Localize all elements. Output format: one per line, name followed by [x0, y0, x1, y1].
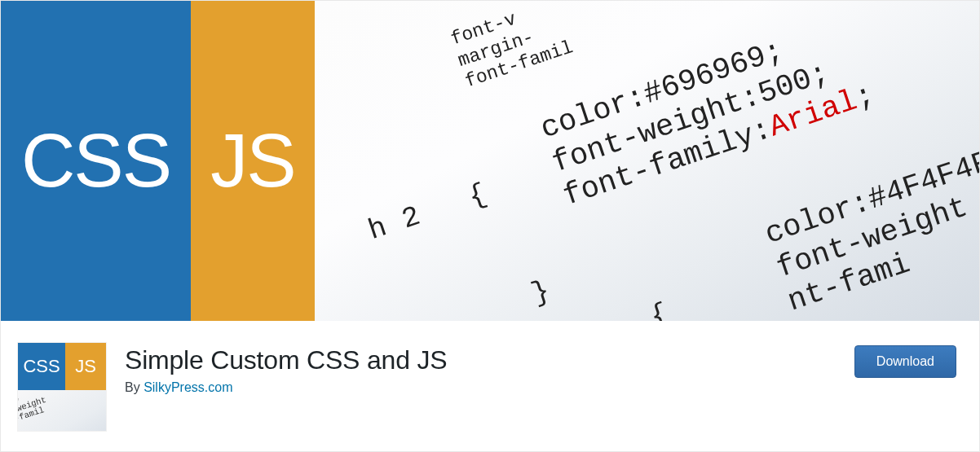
plugin-banner: CSS JS font-v margin- font-famil h2 { co…	[1, 1, 980, 321]
banner-js-panel: JS	[191, 1, 315, 321]
code-h3-body: color:#4F4F4F font-weight nt-fami	[761, 144, 980, 320]
plugin-byline: By SilkyPress.com	[125, 380, 837, 395]
plugin-title-block: Simple Custom CSS and JS By SilkyPress.c…	[125, 342, 837, 395]
author-link[interactable]: SilkyPress.com	[143, 380, 232, 394]
code-h2-selector: h2 {	[364, 172, 508, 248]
plugin-thumbnail: CSS JS or:#4 ont-weight ont-famil	[17, 342, 107, 432]
banner-js-label: JS	[210, 118, 294, 204]
code-h2-close: }	[528, 274, 554, 311]
thumbnail-top: CSS JS	[18, 343, 106, 390]
code-fragment-top: font-v margin- font-famil	[448, 1, 576, 94]
plugin-info-row: CSS JS or:#4 ont-weight ont-famil Simple…	[1, 321, 980, 452]
banner-code-surface: font-v margin- font-famil h2 { color:#69…	[315, 1, 980, 321]
plugin-title: Simple Custom CSS and JS	[125, 345, 837, 375]
banner-code-panel: font-v margin- font-famil h2 { color:#69…	[315, 1, 980, 321]
code-text: h2 {	[364, 172, 508, 248]
thumbnail-code-inner: or:#4 ont-weight ont-famil	[18, 390, 106, 431]
banner-css-panel: CSS	[1, 1, 191, 321]
code-h2-body: color:#696969; font-weight:500; font-fam…	[536, 11, 880, 215]
thumbnail-js-label: JS	[65, 343, 106, 390]
download-button[interactable]: Download	[854, 345, 956, 378]
code-h3-selector: h3 {	[546, 292, 690, 321]
by-prefix: By	[125, 380, 143, 394]
download-wrap: Download	[854, 342, 956, 378]
plugin-page: CSS JS font-v margin- font-famil h2 { co…	[1, 1, 980, 452]
banner-css-label: CSS	[21, 118, 170, 204]
thumbnail-code: or:#4 ont-weight ont-famil	[18, 390, 106, 431]
thumbnail-css-label: CSS	[18, 343, 65, 390]
